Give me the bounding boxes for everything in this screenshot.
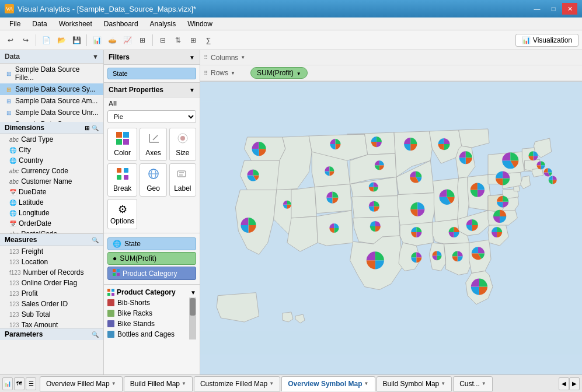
data-sources-list: ⊞ Sample Data Source Fille... ⊞ Sample D…: [0, 64, 103, 122]
left-panel: Data ▼ ⊞ Sample Data Source Fille... ⊞ S…: [0, 50, 104, 374]
measure-location[interactable]: 123 Location: [0, 257, 103, 267]
tab-build-filled-map[interactable]: Build Filled Map ▼: [124, 376, 193, 391]
tab-prev-button[interactable]: ◀: [559, 377, 569, 390]
profit-mark-pill[interactable]: ● SUM(Profit): [107, 252, 196, 265]
geo-button[interactable]: Geo: [140, 163, 166, 197]
rows-drop-zone[interactable]: SUM(Profit) ▼: [250, 67, 578, 79]
num-icon-sales: 123: [9, 301, 19, 307]
rows-caret[interactable]: ▼: [231, 71, 235, 76]
measures-search-icon[interactable]: 🔍: [92, 237, 99, 243]
params-search-icon[interactable]: 🔍: [92, 331, 99, 338]
minimize-button[interactable]: —: [529, 3, 545, 15]
label-button[interactable]: Label: [169, 163, 196, 197]
chart-pie-button[interactable]: 🥧: [105, 33, 119, 47]
legend-grid-icon: [107, 289, 114, 296]
new-button[interactable]: 📄: [39, 33, 53, 47]
color-icon: [116, 132, 129, 148]
state-mark-pill[interactable]: 🌐 State: [107, 237, 196, 250]
dim-search-icon[interactable]: 🔍: [92, 125, 99, 131]
num-icon-profit: 123: [9, 290, 19, 297]
dim-latitude[interactable]: 🌐 Latitude: [0, 197, 103, 208]
tab-caret-1: ▼: [182, 381, 186, 386]
measure-tax[interactable]: 123 Tax Amount: [0, 320, 103, 328]
state-filter-pill[interactable]: State: [107, 68, 196, 79]
axes-button[interactable]: Axes: [140, 128, 166, 161]
data-panel-title: Data: [5, 52, 20, 61]
chart-type-dropdown[interactable]: Pie Automatic Bar Line Map Scatter Text: [107, 110, 196, 123]
tab-list-icon[interactable]: ☰: [26, 377, 36, 390]
geo-icon-lon: 🌐: [9, 210, 16, 216]
right-panel: ⠿ Columns ▼ ⠿ Rows ▼ SUM(Profit) ▼: [200, 50, 582, 374]
calc-button[interactable]: ∑: [201, 33, 215, 47]
svg-rect-10: [124, 168, 128, 173]
options-button[interactable]: ⚙ Options: [107, 199, 137, 229]
window-controls[interactable]: — □ ✕: [529, 3, 577, 15]
datasource-item-2[interactable]: ⊞ Sample Data Source Am...: [0, 95, 103, 107]
dim-currency-code[interactable]: abc Currency Code: [0, 166, 103, 176]
break-button[interactable]: Break: [107, 163, 137, 197]
data-search-icon[interactable]: ▼: [92, 53, 99, 60]
menu-analysis[interactable]: Analysis: [145, 19, 181, 29]
dim-country[interactable]: 🌐 Country: [0, 155, 103, 166]
menu-window[interactable]: Window: [183, 19, 217, 29]
chart-buttons-grid: Color Axes: [104, 124, 200, 233]
tab-overview-filled-map[interactable]: Overview Filled Map ▼: [40, 376, 123, 391]
dim-orderdate[interactable]: 📅 OrderDate: [0, 218, 103, 229]
chart-scatter-button[interactable]: ⊞: [135, 33, 149, 47]
size-button[interactable]: Size: [169, 128, 196, 161]
chart-line-button[interactable]: 📈: [120, 33, 134, 47]
measure-online-flag[interactable]: 123 Online Order Flag: [0, 278, 103, 288]
close-button[interactable]: ✕: [562, 3, 577, 15]
legend-scroll-thumb: [190, 298, 196, 316]
chart-type-select[interactable]: Pie Automatic Bar Line Map Scatter Text: [107, 110, 196, 123]
tab-next-button[interactable]: ▶: [569, 377, 580, 390]
measure-num-records[interactable]: f123 Number of Records: [0, 267, 103, 278]
measure-sales-order[interactable]: 123 Sales Order ID: [0, 299, 103, 309]
tab-map-icon[interactable]: 🗺: [14, 377, 25, 390]
category-mark-pill[interactable]: Product Category: [107, 267, 196, 280]
redo-button[interactable]: ↪: [19, 33, 33, 47]
dim-postalcode[interactable]: abc PostalCode: [0, 229, 103, 233]
columns-caret[interactable]: ▼: [241, 55, 245, 60]
measure-sub-total[interactable]: 123 Sub Total: [0, 309, 103, 320]
legend-scrollbar[interactable]: [189, 298, 196, 340]
tab-customize-last[interactable]: Cust... ▼: [453, 376, 493, 391]
dim-duedate[interactable]: 📅 DueDate: [0, 187, 103, 197]
group-button[interactable]: ⊞: [186, 33, 200, 47]
dimensions-label: Dimensions: [5, 124, 44, 132]
open-button[interactable]: 📂: [54, 33, 68, 47]
filter-button[interactable]: ⊟: [156, 33, 170, 47]
measure-freight[interactable]: 123 Freight: [0, 246, 103, 257]
save-button[interactable]: 💾: [69, 33, 83, 47]
menu-file[interactable]: File: [5, 19, 25, 29]
sort-button[interactable]: ⇅: [171, 33, 185, 47]
measure-profit[interactable]: 123 Profit: [0, 288, 103, 299]
datasource-item-0[interactable]: ⊞ Sample Data Source Fille...: [0, 64, 103, 83]
dim-card-type[interactable]: abc Card Type: [0, 134, 103, 145]
datasource-item-3[interactable]: ⊞ Sample Data Source Unr...: [0, 107, 103, 118]
dim-city[interactable]: 🌐 City: [0, 145, 103, 155]
dim-customer-name[interactable]: abc Customer Name: [0, 176, 103, 187]
dim-longitude[interactable]: 🌐 Longitude: [0, 208, 103, 218]
legend-item-2: Bike Stands: [107, 318, 196, 329]
tab-build-symbol-map[interactable]: Build Symbol Map ▼: [377, 376, 452, 391]
visualization-button[interactable]: 📊 Visualization: [515, 34, 578, 47]
rows-profit-pill[interactable]: SUM(Profit) ▼: [250, 67, 308, 79]
map-container[interactable]: [200, 82, 582, 374]
tab-overview-symbol-map[interactable]: Overview Symbol Map ▼: [281, 376, 375, 391]
color-button[interactable]: Color: [107, 128, 137, 161]
menu-worksheet[interactable]: Worksheet: [54, 19, 97, 29]
menu-dashboard[interactable]: Dashboard: [99, 19, 143, 29]
datasource-item-1[interactable]: ⊞ Sample Data Source Sy...: [0, 83, 103, 95]
tab-bar-icon[interactable]: 📊: [2, 377, 13, 390]
menu-data[interactable]: Data: [27, 19, 51, 29]
undo-button[interactable]: ↩: [4, 33, 18, 47]
window-title: Visual Analytics - [Sample_Data_Source_M…: [18, 5, 196, 13]
chart-bar-button[interactable]: 📊: [90, 33, 104, 47]
tab-caret-4: ▼: [441, 381, 445, 386]
tab-customize-filled-map[interactable]: Customize Filled Map ▼: [194, 376, 280, 391]
maximize-button[interactable]: □: [546, 3, 561, 15]
dim-grid-icon[interactable]: ⊞: [85, 125, 89, 131]
toolbar-separator-2: [86, 34, 87, 46]
legend-dropdown-icon[interactable]: ▼: [190, 289, 196, 296]
